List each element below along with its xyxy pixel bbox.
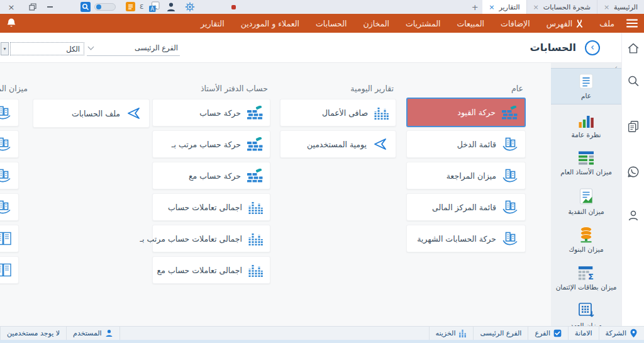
card-entries-movement[interactable]: حركة القيود: [406, 98, 526, 127]
filter-value: الكل: [66, 45, 80, 53]
section-accounts-file: ملف الحسابات: [33, 63, 150, 326]
chevron-down-icon: [88, 44, 94, 50]
branch-select[interactable]: الفرع الرئيسى: [87, 40, 180, 56]
card-account-movement[interactable]: حركة حساب: [152, 99, 270, 127]
card-account-totals-with[interactable]: اجمالى تعاملات حساب مع: [152, 256, 270, 284]
search-icon[interactable]: [626, 74, 640, 90]
send-plane-icon: [372, 137, 389, 152]
status-branch-button[interactable]: الفرع: [528, 327, 568, 340]
status-treasury-button[interactable]: الخزينه: [429, 327, 474, 340]
user-icon[interactable]: [626, 209, 640, 225]
hamburger-menu-icon[interactable]: [623, 19, 644, 28]
section-title: حساب الدفتر الأستاذ: [201, 84, 268, 93]
equalizer-bars-icon: [374, 106, 389, 120]
tab-close-icon[interactable]: ×: [489, 4, 494, 11]
equalizer-bars-icon: [248, 232, 263, 245]
table-sigma-icon: [577, 265, 595, 281]
buildings-hand-icon: [502, 168, 518, 183]
card-account-totals[interactable]: اجمالى تعاملات حساب: [152, 193, 270, 221]
equalizer-bars-icon: [248, 263, 263, 277]
menu-reports[interactable]: التقارير: [192, 14, 233, 33]
tab-label: التقارير: [499, 3, 519, 11]
status-user-button[interactable]: المستخدم: [66, 327, 120, 340]
tab-close-icon[interactable]: ×: [533, 4, 539, 11]
sidebar-item-cash-balance[interactable]: ميزان النقدية: [551, 184, 621, 219]
document-chart-icon: [578, 188, 594, 205]
database-cylinders-icon: [578, 226, 594, 243]
tab-accounts-tree[interactable]: شجرة الحسابات ×: [526, 0, 597, 14]
toggle-knob-icon: [96, 4, 101, 9]
menu-file[interactable]: ملف: [591, 14, 623, 33]
sidebar-item-banks-balance[interactable]: ميزان البنوك: [551, 222, 621, 257]
home-icon[interactable]: [626, 42, 640, 58]
close-window-button[interactable]: ×: [6, 0, 16, 14]
stacked-bars-icon: [577, 150, 595, 166]
card-users-journal[interactable]: يومية المستخدمين: [280, 130, 396, 158]
translate-icon[interactable]: [148, 1, 160, 13]
buildings-hand-icon: [0, 137, 11, 152]
section-title: ميزان الم: [0, 84, 28, 93]
card-monthly-accounts-movement[interactable]: حركة الحسابات الشهرية: [406, 225, 526, 252]
filter-dropdown-button[interactable]: ▾: [1, 42, 9, 55]
status-company-button[interactable]: الشركة: [599, 327, 644, 340]
menu-addons[interactable]: الإضافات: [492, 14, 538, 33]
buildings-hand-icon: [502, 231, 518, 246]
right-icon-strip: [621, 33, 644, 326]
new-tab-button[interactable]: +: [467, 0, 482, 14]
search-app-icon[interactable]: [80, 2, 91, 12]
buildings-hand-icon: [0, 105, 11, 120]
card-account-movement-with[interactable]: حركة حساب مع: [152, 162, 270, 189]
currency-epsilon-button[interactable]: ε: [140, 2, 144, 11]
card-clipped-1[interactable]: [0, 99, 19, 127]
card-trial-balance[interactable]: ميزان المراجعة: [406, 162, 526, 189]
card-clipped-3[interactable]: [0, 162, 19, 189]
filter-combobox[interactable]: الكل: [10, 42, 84, 55]
menu-index[interactable]: الفهرس: [538, 14, 592, 33]
settings-gear-icon[interactable]: [185, 2, 195, 12]
card-clipped-4[interactable]: [0, 193, 19, 221]
sidebar-item-gl-balance[interactable]: ميزان الأستاذ العام: [551, 146, 621, 180]
document-lines-icon: [577, 73, 595, 89]
content-area: عام حركة القيود قائمة الدخل ميزان المراج…: [0, 63, 551, 326]
menu-inventory[interactable]: المخازن: [355, 14, 397, 33]
card-financial-position[interactable]: قائمة المركز المالى: [406, 193, 526, 221]
theme-toggle[interactable]: [94, 3, 116, 11]
sidebar-item-general[interactable]: عام: [551, 68, 621, 104]
menu-purchases[interactable]: المشتريات: [397, 14, 448, 33]
back-arrow-icon[interactable]: ›: [585, 40, 600, 55]
menubar: ملف الفهرس الإضافات المبيعات المشتريات ا…: [0, 14, 644, 33]
app-window: الرئيسية × شجرة الحسابات × التقارير × + …: [0, 0, 644, 343]
tab-close-icon[interactable]: ×: [604, 4, 609, 11]
card-income-statement[interactable]: قائمة الدخل: [406, 130, 526, 158]
notifications-bell-icon[interactable]: [6, 18, 16, 30]
menu-customers-suppliers[interactable]: العملاء و الموردين: [233, 14, 308, 33]
card-clipped-2[interactable]: [0, 130, 19, 158]
section-clipped: ميزان الم: [0, 63, 19, 326]
card-accounts-file[interactable]: ملف الحسابات: [33, 99, 150, 128]
send-plane-icon: [126, 106, 142, 121]
mini-bars-icon: [458, 329, 467, 337]
sidebar-item-overview[interactable]: نظرة عامة: [551, 108, 621, 142]
tab-home[interactable]: الرئيسية ×: [597, 0, 644, 14]
menu-accounts[interactable]: الحسابات: [308, 14, 355, 33]
menu-sales[interactable]: المبيعات: [448, 14, 492, 33]
open-book-icon: [0, 263, 11, 277]
section-title: عام: [511, 84, 523, 93]
card-account-movement-sorted[interactable]: حركة حساب مرتب بـ: [152, 130, 270, 158]
card-account-totals-sorted[interactable]: اجمالى تعاملات حساب مرتب بـ: [152, 225, 270, 252]
card-clipped-6[interactable]: [0, 256, 19, 284]
tab-reports[interactable]: التقارير ×: [482, 0, 526, 14]
card-net-business[interactable]: صافى الأعمال: [280, 99, 396, 127]
sidebar-item-credit-cards-balance[interactable]: ميزان بطاقات الإئتمان: [551, 259, 621, 296]
checkbox-icon: [553, 329, 562, 337]
equalizer-bars-icon: [248, 200, 263, 214]
bottom-scroll-strip[interactable]: [0, 340, 644, 343]
minimize-window-button[interactable]: [45, 0, 54, 14]
notes-app-icon[interactable]: [126, 2, 135, 11]
whatsapp-icon[interactable]: [626, 165, 640, 181]
grid-arrow-icon: [578, 302, 595, 319]
card-clipped-5[interactable]: [0, 225, 19, 252]
documents-copy-icon[interactable]: [626, 120, 640, 136]
restore-window-button[interactable]: [28, 0, 38, 14]
user-profile-icon[interactable]: [166, 2, 176, 12]
